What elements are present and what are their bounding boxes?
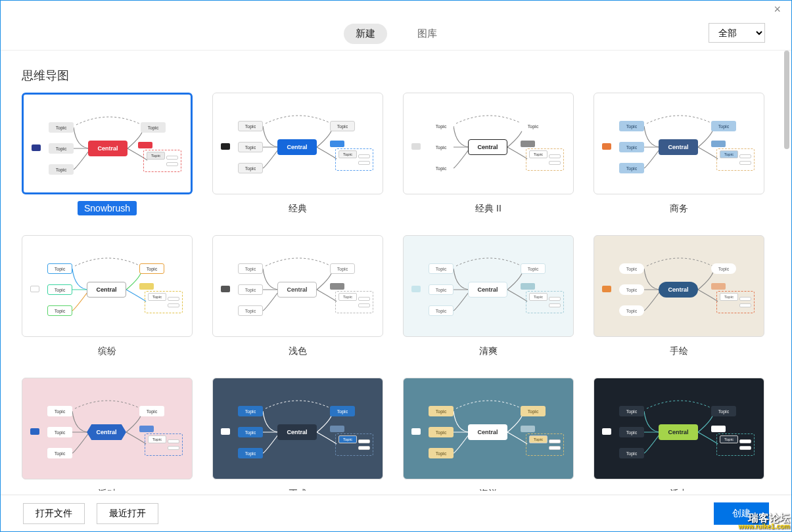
accent-chip	[330, 283, 344, 290]
central-node: Central	[88, 141, 128, 156]
recent-button[interactable]: 最近打开	[97, 503, 158, 524]
template-label: 经典 II	[469, 201, 508, 217]
topic-node: Topic	[619, 121, 644, 131]
topic-node: Topic	[619, 163, 644, 173]
open-file-button[interactable]: 打开文件	[23, 503, 85, 524]
topic-node: Topic	[238, 163, 263, 173]
topic-node: Topic	[238, 284, 263, 295]
topic-node: Topic	[619, 305, 644, 316]
template-snowbrush[interactable]: CentralTopicTopicTopicTopicTopicSnowbrus…	[22, 93, 193, 217]
sub-group: Topic	[716, 148, 755, 171]
topic-node: Topic	[521, 121, 546, 131]
template-label: 浅色	[282, 344, 314, 359]
template-fresh[interactable]: CentralTopicTopicTopicTopicTopic清爽	[403, 235, 574, 359]
topic-node: Topic	[619, 427, 644, 437]
topic-node: Topic	[429, 263, 454, 274]
accent-chip	[330, 141, 344, 147]
topic-node: Topic	[47, 406, 72, 416]
topic-node: Topic	[139, 263, 164, 274]
topic-node: Topic	[429, 163, 454, 173]
create-button[interactable]: 创建	[714, 502, 769, 525]
tab-new[interactable]: 新建	[344, 24, 387, 44]
sub-group: Topic	[145, 291, 183, 313]
template-label: 正式	[282, 486, 314, 491]
topic-node: Topic	[619, 263, 644, 274]
summary-chip	[602, 143, 611, 150]
sub-group: Topic	[335, 148, 373, 171]
template-label: 缤纷	[91, 344, 123, 359]
template-thumbnail: CentralTopicTopicTopicTopicTopic	[22, 93, 193, 194]
topic-node: Topic	[238, 427, 263, 437]
topic-node: Topic	[330, 263, 355, 274]
close-icon[interactable]: ×	[774, 3, 781, 16]
central-node: Central	[277, 139, 317, 155]
footer: 打开文件 最近打开 创建	[1, 495, 791, 531]
accent-chip	[711, 283, 726, 290]
central-node: Central	[468, 282, 507, 298]
template-vitality[interactable]: CentralTopicTopicTopicTopicTopic活力	[594, 378, 764, 491]
summary-chip	[411, 143, 421, 150]
summary-chip	[602, 428, 611, 435]
template-thumbnail: CentralTopicTopicTopicTopicTopic	[22, 235, 193, 337]
header: 新建 图库 全部	[1, 18, 791, 51]
central-node: Central	[659, 282, 698, 298]
accent-chip	[139, 426, 154, 432]
scrollbar[interactable]	[783, 51, 790, 491]
template-label: 海洋	[473, 486, 504, 491]
template-ocean[interactable]: CentralTopicTopicTopicTopicTopic海洋	[403, 378, 574, 491]
template-party[interactable]: CentralTopicTopicTopicTopicTopic派对	[22, 378, 193, 491]
sub-group: Topic	[335, 433, 373, 456]
central-node: Central	[468, 424, 507, 440]
summary-chip	[221, 286, 230, 292]
template-grid: CentralTopicTopicTopicTopicTopicSnowbrus…	[22, 93, 770, 491]
template-light[interactable]: CentralTopicTopicTopicTopicTopic浅色	[212, 235, 383, 359]
topic-node: Topic	[238, 142, 263, 152]
central-node: Central	[87, 282, 126, 298]
template-business[interactable]: CentralTopicTopicTopicTopicTopic商务	[594, 93, 764, 217]
sub-group: Topic	[526, 433, 564, 456]
central-node: Central	[277, 282, 317, 298]
accent-chip	[521, 283, 535, 290]
tab-library[interactable]: 图库	[406, 24, 449, 44]
template-label: 清爽	[473, 344, 504, 359]
topic-node: Topic	[429, 284, 454, 295]
scrollbar-thumb[interactable]	[784, 51, 789, 149]
template-thumbnail: CentralTopicTopicTopicTopicTopic	[22, 378, 193, 479]
filter-dropdown[interactable]: 全部	[709, 23, 765, 43]
accent-chip	[139, 283, 154, 290]
filter-select[interactable]: 全部	[709, 23, 765, 43]
topic-node: Topic	[619, 448, 644, 458]
summary-chip	[411, 428, 421, 435]
sub-group: Topic	[716, 433, 755, 456]
template-sketch[interactable]: CentralTopicTopicTopicTopicTopic手绘	[594, 235, 764, 359]
template-classic2[interactable]: CentralTopicTopicTopicTopicTopic经典 II	[403, 93, 574, 217]
topic-node: Topic	[238, 263, 263, 274]
content-area: 思维导图 CentralTopicTopicTopicTopicTopicSno…	[1, 51, 791, 491]
topic-node: Topic	[711, 121, 736, 131]
template-thumbnail: CentralTopicTopicTopicTopicTopic	[212, 235, 383, 337]
accent-chip	[711, 426, 726, 432]
topic-node: Topic	[330, 121, 355, 131]
summary-chip	[411, 286, 421, 292]
central-node: Central	[277, 424, 317, 440]
template-colorful[interactable]: CentralTopicTopicTopicTopicTopic缤纷	[22, 235, 193, 359]
summary-chip	[221, 143, 230, 150]
tab-bar: 新建 图库	[344, 24, 449, 44]
topic-node: Topic	[429, 448, 454, 458]
summary-chip	[221, 428, 230, 435]
topic-node: Topic	[619, 284, 644, 295]
topic-node: Topic	[238, 406, 263, 416]
topic-node: Topic	[711, 263, 736, 274]
central-node: Central	[659, 139, 698, 155]
template-classic[interactable]: CentralTopicTopicTopicTopicTopic经典	[212, 93, 383, 217]
topic-node: Topic	[49, 164, 74, 175]
template-thumbnail: CentralTopicTopicTopicTopicTopic	[403, 378, 574, 479]
topic-node: Topic	[429, 406, 454, 416]
sub-group: Topic	[716, 291, 755, 313]
accent-chip	[521, 426, 535, 432]
template-formal[interactable]: CentralTopicTopicTopicTopicTopic正式	[212, 378, 383, 491]
sub-group: Topic	[526, 291, 564, 313]
topic-node: Topic	[429, 142, 454, 152]
template-thumbnail: CentralTopicTopicTopicTopicTopic	[403, 235, 574, 337]
template-label: 经典	[282, 201, 314, 217]
